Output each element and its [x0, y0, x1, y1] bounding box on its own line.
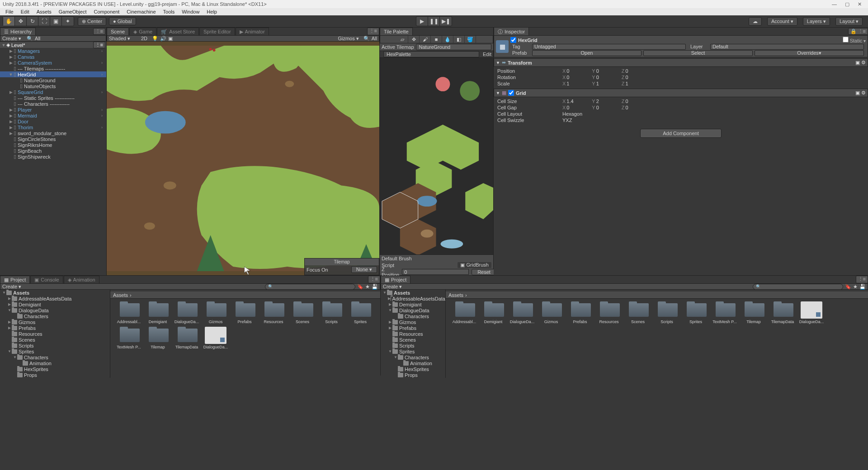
- scl-z[interactable]: 1: [625, 81, 650, 86]
- play-icon[interactable]: ▶: [416, 17, 428, 26]
- tab-console[interactable]: ▣ Console: [30, 276, 63, 283]
- hierarchy-item[interactable]: ▶▯Canvas: [0, 54, 106, 60]
- project-grid-item[interactable]: Prefabs: [567, 301, 593, 324]
- palette-box-icon[interactable]: ■: [431, 36, 442, 43]
- project-tree-item[interactable]: ▼Characters: [0, 354, 110, 360]
- project-grid-item[interactable]: DialogueDa...: [509, 301, 535, 324]
- breadcrumb-assets[interactable]: Assets: [448, 292, 463, 298]
- prefab-open[interactable]: Open: [532, 50, 642, 56]
- layout-dropdown[interactable]: Layout ▾: [835, 17, 863, 26]
- rot-z[interactable]: 0: [625, 75, 650, 80]
- project-tree-item[interactable]: Resources: [381, 331, 445, 337]
- celllayout-dropdown[interactable]: Hexagon: [562, 111, 864, 117]
- hierarchy-item[interactable]: ▶▯Thorim›: [0, 124, 106, 130]
- favorite-icon[interactable]: ★: [365, 284, 370, 290]
- tab-project[interactable]: ▦ Project: [0, 276, 30, 283]
- project-grid-item[interactable]: Scenes: [625, 301, 651, 324]
- project-tree-item[interactable]: Animation: [0, 360, 110, 366]
- hierarchy-create[interactable]: Create ▾: [2, 36, 21, 42]
- project-tree-item[interactable]: ▶Prefabs: [381, 325, 445, 331]
- project-tree-item[interactable]: ▼Assets: [0, 290, 110, 296]
- prefab-overrides[interactable]: Overrides ▾: [755, 50, 864, 56]
- project-grid-item[interactable]: Scripts: [654, 301, 680, 324]
- menu-gameobject[interactable]: GameObject: [55, 9, 90, 14]
- project-tree-item[interactable]: Characters: [381, 313, 445, 319]
- project-grid-item[interactable]: Prefabs: [231, 301, 258, 324]
- hierarchy-item[interactable]: ▯SignRikrsHome: [0, 142, 106, 148]
- project-grid-item[interactable]: Gizmos: [203, 301, 229, 324]
- project-grid-item[interactable]: TextMesh P...: [712, 301, 738, 324]
- minimize-icon[interactable]: —: [832, 1, 837, 7]
- hand-tool-icon[interactable]: ✋: [3, 17, 15, 26]
- hierarchy-item[interactable]: ▯NatureObjects: [0, 83, 106, 89]
- maximize-icon[interactable]: ▢: [845, 1, 849, 7]
- layers-dropdown[interactable]: Layers ▾: [803, 17, 830, 26]
- brush-dropdown[interactable]: Default Brush: [382, 256, 491, 261]
- project-tree-item[interactable]: ▶AddressableAssetsData: [381, 296, 445, 301]
- tab-project[interactable]: ▦ Project: [381, 276, 410, 283]
- project-grid-item[interactable]: TilemapData: [174, 327, 200, 349]
- project-grid-item[interactable]: Tilemap: [145, 327, 171, 349]
- pause-icon[interactable]: ❚❚: [428, 17, 440, 26]
- menu-file[interactable]: File: [2, 9, 17, 14]
- project-tree-item[interactable]: ▼Assets: [381, 290, 445, 296]
- hierarchy-item[interactable]: ▯--- Characters ------------: [0, 101, 106, 107]
- project-grid-item[interactable]: Resources: [260, 301, 287, 324]
- scene-gizmos-dropdown[interactable]: Gizmos ▾: [338, 36, 359, 42]
- scene-viewport[interactable]: Tilemap Focus OnNone ▾: [107, 42, 379, 275]
- palette-edit-button[interactable]: Edit: [483, 52, 491, 57]
- palette-move-icon[interactable]: ✥: [408, 36, 420, 43]
- project-tree-item[interactable]: ▶Gizmos: [0, 319, 110, 325]
- project-tree-item[interactable]: ▼Sprites: [0, 348, 110, 354]
- cellswizzle-dropdown[interactable]: YXZ: [562, 118, 864, 123]
- hierarchy-item[interactable]: ▶▯Door: [0, 118, 106, 124]
- tab-assetstore[interactable]: 🛒 Asset Store: [157, 28, 199, 35]
- hierarchy-item[interactable]: ▶▯Mermaid›: [0, 113, 106, 118]
- component-menu-icon[interactable]: ▣ ⚙: [855, 60, 866, 66]
- pos-x[interactable]: 0: [566, 68, 591, 74]
- project-grid-item[interactable]: Resources: [596, 301, 622, 324]
- hierarchy-item[interactable]: ▯SignBeach: [0, 148, 106, 154]
- panel-menu-icon[interactable]: ⋮≡: [368, 276, 380, 283]
- tag-dropdown[interactable]: Untagged: [532, 44, 686, 50]
- project-tree-item[interactable]: Props: [0, 372, 110, 378]
- scene-light-icon[interactable]: 💡: [152, 36, 158, 42]
- favorite-icon[interactable]: ★: [853, 284, 858, 290]
- palette-picker-icon[interactable]: 💧: [442, 36, 453, 43]
- static-checkbox[interactable]: [843, 37, 849, 42]
- pos-z[interactable]: 0: [625, 68, 650, 74]
- project-grid-item[interactable]: Sprites: [347, 301, 373, 324]
- project-grid-item[interactable]: Addressabl...: [451, 301, 477, 324]
- menu-component[interactable]: Component: [90, 9, 123, 14]
- hierarchy-item[interactable]: ▯NatureGround: [0, 77, 106, 83]
- hierarchy-item[interactable]: ▶▯sword_modular_stone: [0, 130, 106, 136]
- hierarchy-scene-root[interactable]: ▼◈Level*⋮≡: [0, 42, 106, 48]
- project-grid-item[interactable]: DialogueDa...: [798, 301, 825, 324]
- tab-tilepalette[interactable]: Tile Palette: [380, 28, 413, 35]
- add-component-button[interactable]: Add Component: [640, 129, 722, 138]
- project-grid-item[interactable]: Gizmos: [538, 301, 564, 324]
- cellsize-x[interactable]: 1.4: [566, 99, 591, 104]
- cloud-icon[interactable]: ☁: [749, 17, 762, 26]
- scene-fx-icon[interactable]: ▣: [168, 36, 173, 42]
- focus-on-value[interactable]: None ▾: [351, 266, 377, 273]
- hierarchy-item[interactable]: ▶▯SquareGrid›: [0, 89, 106, 95]
- project-search[interactable]: 🔍: [753, 284, 843, 290]
- project-tree-item[interactable]: ▶AddressableAssetsData: [0, 296, 110, 301]
- rect-tool-icon[interactable]: ▣: [50, 17, 62, 26]
- pos-y[interactable]: 0: [596, 68, 621, 74]
- palette-select-icon[interactable]: ▱: [397, 36, 408, 43]
- rot-y[interactable]: 0: [596, 75, 621, 80]
- hierarchy-search[interactable]: All: [35, 36, 40, 41]
- scale-tool-icon[interactable]: ⛶: [38, 17, 50, 26]
- tab-spriteeditor[interactable]: Sprite Editor: [199, 28, 235, 35]
- project-grid-item[interactable]: DialogueDa...: [203, 327, 229, 349]
- tab-hierarchy[interactable]: ☰ Hierarchy: [0, 28, 36, 36]
- active-tilemap-dropdown[interactable]: NatureGround: [416, 44, 491, 50]
- palette-fill-icon[interactable]: 🪣: [465, 36, 476, 43]
- panel-menu-icon[interactable]: ⋮≡: [93, 28, 105, 35]
- project-tree-item[interactable]: ▶Demigiant: [0, 301, 110, 307]
- save-search-icon[interactable]: 💾: [372, 284, 378, 290]
- project-tree-item[interactable]: Resources: [0, 331, 110, 337]
- project-tree-item[interactable]: Scenes: [381, 337, 445, 343]
